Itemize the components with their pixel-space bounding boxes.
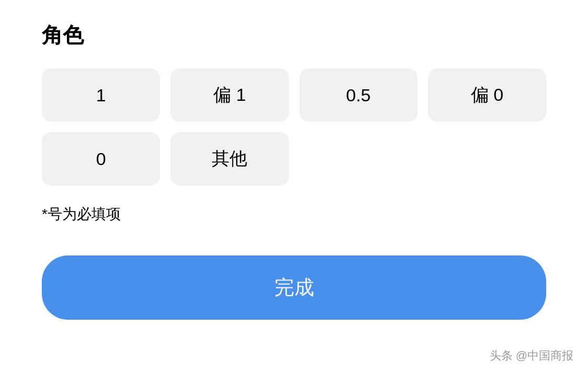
section-title: 角色 bbox=[42, 21, 546, 50]
options-row1: 1 偏 1 0.5 偏 0 bbox=[42, 68, 546, 122]
option-btn-1[interactable]: 1 bbox=[42, 68, 160, 122]
required-note: *号为必填项 bbox=[42, 204, 546, 224]
option-btn-0[interactable]: 0 bbox=[42, 132, 160, 185]
watermark: 头条 @中国商报 bbox=[490, 348, 573, 364]
main-container: 角色 1 偏 1 0.5 偏 0 0 其他 *号为必填项 完成 bbox=[0, 0, 588, 320]
option-btn-half[interactable]: 0.5 bbox=[299, 68, 418, 122]
options-row2: 0 其他 bbox=[42, 132, 546, 185]
option-btn-bias1[interactable]: 偏 1 bbox=[170, 68, 289, 122]
submit-section: 完成 bbox=[42, 255, 546, 320]
option-btn-other[interactable]: 其他 bbox=[170, 132, 289, 185]
submit-button[interactable]: 完成 bbox=[42, 255, 546, 320]
option-btn-bias0[interactable]: 偏 0 bbox=[428, 68, 546, 122]
